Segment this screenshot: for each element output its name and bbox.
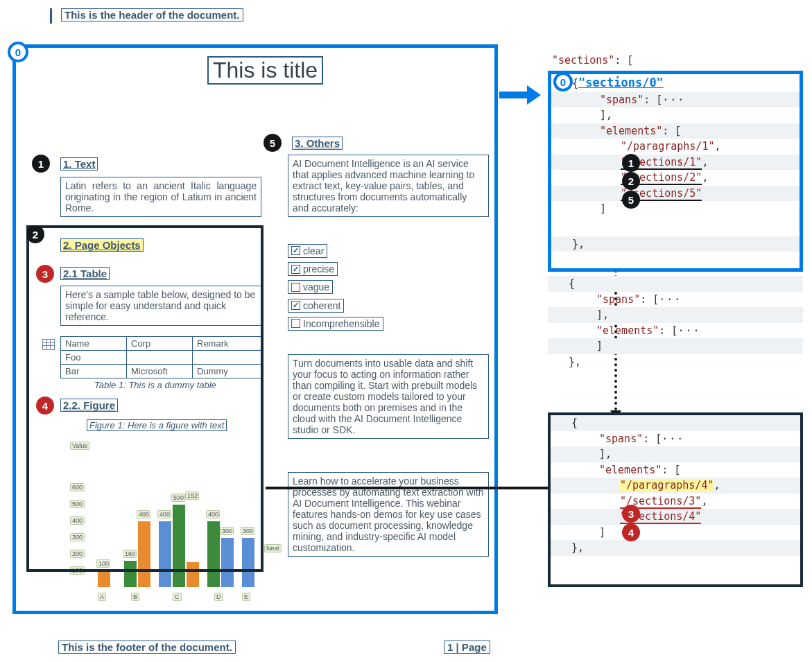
table-header-row: Name Corp Remark [61, 337, 261, 351]
section-1-paragraph: Latin refers to an ancient Italic langua… [60, 177, 261, 217]
section-3-para3: Learn how to accelerate your business pr… [288, 472, 489, 557]
y-tick: 300 [70, 533, 85, 541]
text-cursor [50, 8, 52, 24]
sample-table: Name Corp Remark Foo Bar Microsoft Dummy [60, 336, 261, 378]
json-middle-section: { "spans": [··· ], "elements": [··· ] }, [548, 276, 803, 369]
y-tick: 400 [70, 516, 85, 525]
checkbox-icon [291, 246, 300, 255]
y-tick: 500 [70, 500, 85, 508]
badge-3-json: 3 [622, 505, 640, 523]
bar [242, 538, 254, 587]
document-title: This is title [207, 56, 323, 85]
x-tick: C [173, 593, 182, 601]
badge-2-json: 2 [622, 172, 640, 190]
y-tick: 200 [70, 550, 85, 558]
table-caption: Table 1: This is a dummy table [92, 380, 218, 390]
arrow-blue-icon [499, 87, 541, 103]
figure-caption: Figure 1: Here is a figure with text [87, 419, 227, 431]
document-footer: This is the footer of the document. [58, 641, 236, 654]
bar [98, 570, 110, 587]
section-2-1-paragraph: Here's a sample table below, designed to… [60, 286, 261, 326]
document-header: This is the header of the document. [61, 8, 243, 21]
badge-5-json: 5 [622, 191, 640, 209]
bar [187, 562, 199, 587]
section-3-para2: Turn documents into usable data and shif… [288, 354, 489, 439]
bar [207, 521, 220, 587]
x-tick: E [242, 593, 250, 601]
json-sections-header: "sections": [ [552, 53, 802, 69]
check-clear: clear [288, 244, 327, 258]
y-tick: 100 [70, 566, 85, 575]
check-incomprehensible: Incomprehensible [288, 317, 383, 331]
page-number: 1 | Page [444, 641, 490, 654]
document-page-outline: This is title 1. Text Latin refers to an… [12, 44, 498, 614]
arrow-black-icon [266, 487, 550, 489]
chart-title-label: Value [70, 442, 89, 450]
table-icon [42, 339, 55, 350]
badge-2: 2 [26, 225, 44, 243]
checkbox-icon [291, 301, 300, 310]
x-tick: Next [264, 544, 282, 552]
section-2-2-heading: 2.2. Figure [60, 399, 118, 412]
th-remark: Remark [193, 337, 261, 351]
badge-4-json: 4 [622, 523, 640, 541]
bar [138, 521, 150, 587]
x-tick: A [98, 593, 106, 601]
y-tick: 600 [70, 483, 85, 491]
bar [159, 521, 171, 587]
embedded-chart: Value 100 200 300 400 500 600 100 160 40… [70, 469, 268, 601]
bar [221, 538, 234, 587]
badge-0-json: 0 [553, 72, 573, 92]
bar [173, 505, 185, 587]
badge-1-json: 1 [622, 154, 640, 172]
table-row: Foo [61, 351, 261, 365]
json-section-0-box: {"sections/0" "spans": [··· ], "elements… [548, 71, 803, 272]
th-corp: Corp [127, 337, 193, 351]
table-row: Bar Microsoft Dummy [61, 365, 261, 378]
json-section-2-box: { "spans": [··· ], "elements": [ "/parag… [548, 412, 803, 587]
x-tick: D [214, 593, 223, 601]
check-coherent: coherent [288, 299, 344, 313]
badge-3: 3 [36, 265, 54, 283]
badge-1: 1 [32, 155, 50, 173]
badge-4: 4 [36, 397, 54, 415]
badge-5: 5 [264, 134, 282, 152]
checkbox-icon [291, 265, 300, 274]
check-vague: vague [288, 280, 333, 294]
badge-0: 0 [8, 42, 28, 62]
check-precise: precise [288, 262, 338, 276]
bar [124, 561, 137, 587]
section-3-heading: 3. Others [292, 137, 343, 150]
section-1-heading: 1. Text [60, 157, 98, 171]
section-2-heading: 2. Page Objects [60, 238, 144, 252]
th-name: Name [61, 337, 127, 351]
section-2-1-heading: 2.1 Table [60, 267, 110, 280]
checkbox-icon [291, 283, 300, 292]
checkbox-icon [291, 319, 300, 328]
x-tick: B [131, 593, 139, 601]
section-3-para1: AI Document Intelligence is an AI servic… [288, 155, 489, 217]
